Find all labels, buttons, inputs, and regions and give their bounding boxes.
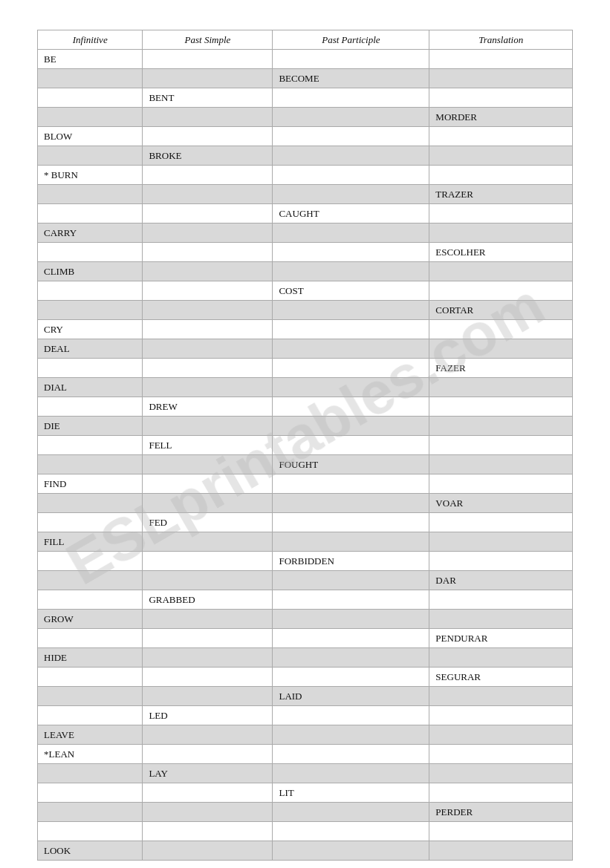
col-translation: Translation — [429, 30, 573, 50]
table-cell: LIT — [273, 783, 429, 803]
table-cell — [273, 223, 429, 243]
table-row: LOOK — [38, 841, 573, 861]
table-cell — [429, 223, 573, 243]
table-cell — [273, 532, 429, 552]
table-cell — [273, 320, 429, 339]
table-cell: CORTAR — [429, 301, 573, 320]
table-cell — [273, 494, 429, 513]
table-body: BEBECOMEBENTMORDERBLOWBROKE* BURNTRAZERC… — [38, 50, 573, 861]
table-cell — [429, 204, 573, 223]
table-cell — [38, 668, 143, 687]
table-cell: LEAVE — [38, 725, 143, 745]
table-cell — [38, 590, 143, 610]
table-cell — [143, 320, 273, 339]
table-cell: BROKE — [143, 146, 273, 166]
table-cell — [273, 436, 429, 455]
table-cell — [273, 339, 429, 359]
table-row: BE — [38, 50, 573, 69]
table-cell — [273, 262, 429, 281]
table-row: BROKE — [38, 146, 573, 166]
table-cell — [143, 783, 273, 803]
table-cell — [38, 88, 143, 108]
table-cell — [143, 552, 273, 571]
table-cell: CRY — [38, 320, 143, 339]
table-cell — [273, 243, 429, 262]
table-row: LED — [38, 706, 573, 725]
table-cell — [429, 88, 573, 108]
table-cell — [273, 764, 429, 783]
table-row: CORTAR — [38, 301, 573, 320]
table-cell — [429, 397, 573, 417]
table-row: GROW — [38, 610, 573, 629]
table-cell — [38, 108, 143, 127]
table-cell — [38, 455, 143, 474]
table-cell — [143, 127, 273, 146]
table-cell — [273, 841, 429, 861]
table-cell — [38, 301, 143, 320]
table-cell — [38, 513, 143, 532]
table-cell: CARRY — [38, 223, 143, 243]
table-cell — [38, 204, 143, 223]
table-cell: ESCOLHER — [429, 243, 573, 262]
table-cell — [273, 745, 429, 764]
table-cell — [143, 648, 273, 668]
table-cell — [143, 281, 273, 301]
table-cell — [38, 822, 143, 841]
table-row: CLIMB — [38, 262, 573, 281]
col-past-participle: Past Participle — [273, 30, 429, 50]
table-cell: DIAL — [38, 378, 143, 397]
table-cell: TRAZER — [429, 185, 573, 204]
table-cell: BECOME — [273, 69, 429, 88]
table-cell — [429, 648, 573, 668]
table-cell — [429, 436, 573, 455]
table-cell — [273, 88, 429, 108]
table-cell — [143, 417, 273, 436]
table-cell — [143, 301, 273, 320]
table-cell: MORDER — [429, 108, 573, 127]
table-cell — [429, 281, 573, 301]
table-row: BLOW — [38, 127, 573, 146]
table-cell: HIDE — [38, 648, 143, 668]
table-cell: SEGURAR — [429, 668, 573, 687]
table-cell — [143, 687, 273, 706]
table-cell — [143, 745, 273, 764]
table-cell — [273, 108, 429, 127]
table-cell — [38, 764, 143, 783]
table-row: FOUGHT — [38, 455, 573, 474]
table-cell — [38, 436, 143, 455]
table-cell: PENDURAR — [429, 629, 573, 648]
table-cell — [429, 146, 573, 166]
table-cell — [143, 841, 273, 861]
table-cell — [143, 50, 273, 69]
table-cell — [143, 204, 273, 223]
table-cell — [143, 629, 273, 648]
table-cell — [273, 166, 429, 185]
table-cell: GROW — [38, 610, 143, 629]
table-cell — [143, 262, 273, 281]
table-cell — [273, 648, 429, 668]
table-cell — [38, 629, 143, 648]
table-cell — [273, 397, 429, 417]
table-cell — [38, 552, 143, 571]
table-cell — [38, 397, 143, 417]
table-cell — [429, 706, 573, 725]
table-cell — [429, 745, 573, 764]
table-cell — [273, 146, 429, 166]
table-cell — [273, 610, 429, 629]
table-cell — [273, 301, 429, 320]
table-cell — [429, 474, 573, 494]
table-cell — [429, 417, 573, 436]
table-cell — [273, 378, 429, 397]
table-cell — [273, 803, 429, 822]
table-cell — [429, 69, 573, 88]
table-cell — [429, 378, 573, 397]
col-past-simple: Past Simple — [143, 30, 273, 50]
table-cell: FOUGHT — [273, 455, 429, 474]
table-row: PENDURAR — [38, 629, 573, 648]
table-cell — [273, 50, 429, 69]
table-cell — [143, 455, 273, 474]
table-cell — [429, 822, 573, 841]
table-row: * BURN — [38, 166, 573, 185]
table-cell — [143, 359, 273, 378]
table-row: FILL — [38, 532, 573, 552]
